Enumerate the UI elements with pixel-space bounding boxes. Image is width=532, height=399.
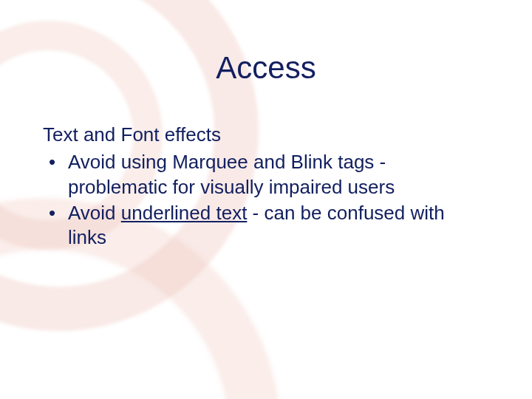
slide: Access Text and Font effects Avoid using…: [0, 50, 532, 399]
body-subheading: Text and Font effects: [43, 123, 483, 147]
slide-content: Access Text and Font effects Avoid using…: [0, 50, 532, 250]
bullet-text: Avoid using Marquee and Blink tags - pro…: [68, 151, 395, 197]
slide-body: Text and Font effects Avoid using Marque…: [43, 123, 483, 250]
list-item: Avoid using Marquee and Blink tags - pro…: [43, 150, 483, 200]
slide-title: Access: [0, 50, 532, 86]
underlined-text: underlined text: [121, 202, 248, 224]
bullet-list: Avoid using Marquee and Blink tags - pro…: [43, 150, 483, 250]
bullet-text: Avoid: [68, 202, 121, 224]
list-item: Avoid underlined text - can be confused …: [43, 201, 483, 250]
